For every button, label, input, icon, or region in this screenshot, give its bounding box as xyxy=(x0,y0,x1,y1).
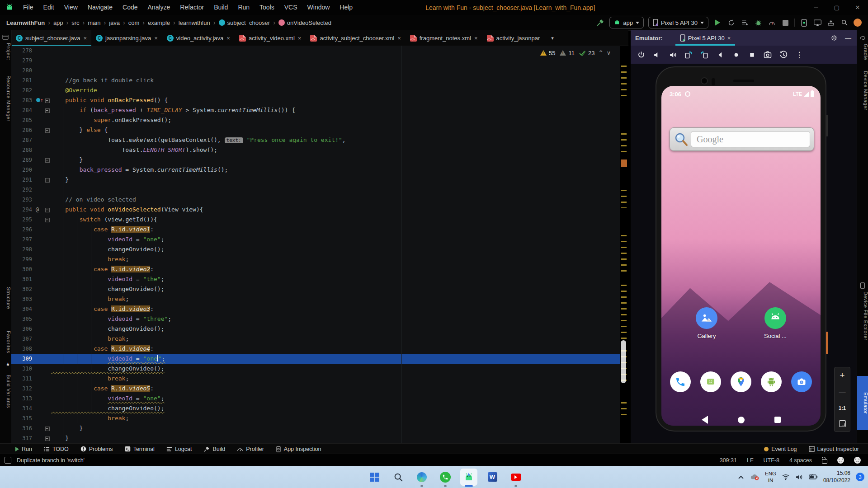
phone-app-icon[interactable] xyxy=(670,371,691,392)
code-line[interactable]: 305 videoId = "three"; xyxy=(11,314,620,324)
toolwindow-logcat[interactable]: Logcat xyxy=(166,446,192,452)
power-button[interactable] xyxy=(826,332,828,354)
event-log-button[interactable]: Event Log xyxy=(764,446,797,452)
youtube-icon[interactable] xyxy=(507,469,524,486)
gutter-icon[interactable] xyxy=(36,404,44,413)
gutter-icon[interactable] xyxy=(36,56,44,66)
fold-marker[interactable] xyxy=(44,145,51,155)
notification-badge[interactable]: 3 xyxy=(856,473,864,481)
toolwindow-app-inspection[interactable]: App Inspection xyxy=(276,446,321,452)
file-encoding[interactable]: UTF-8 xyxy=(764,457,779,464)
taskbar-search-icon[interactable] xyxy=(390,469,407,486)
fold-marker[interactable] xyxy=(44,75,51,85)
fold-marker[interactable] xyxy=(44,85,51,95)
stop-icon[interactable] xyxy=(781,18,790,27)
zoom-reset-button[interactable]: 1:1 xyxy=(839,405,846,411)
code-line[interactable]: 290 back_pressed = System.currentTimeMil… xyxy=(11,165,620,175)
gutter-icon[interactable] xyxy=(36,185,44,195)
more-options-icon[interactable]: ⋮ xyxy=(793,49,805,61)
fold-marker[interactable] xyxy=(44,56,51,66)
fold-marker[interactable] xyxy=(44,423,51,433)
clock[interactable]: 15:0608/10/2022 xyxy=(823,470,850,484)
volume-down-icon[interactable] xyxy=(651,49,663,61)
gutter-icon[interactable] xyxy=(36,46,44,56)
edge-icon[interactable] xyxy=(413,469,430,486)
fold-marker[interactable] xyxy=(44,324,51,334)
gutter-icon[interactable] xyxy=(36,433,44,443)
code-line[interactable]: 312 case R.id.video5: xyxy=(11,384,620,394)
editor-tab[interactable]: subject_chooser.java × xyxy=(11,30,91,46)
code-line[interactable]: 307 break; xyxy=(11,334,620,344)
gutter-icon[interactable] xyxy=(36,105,44,115)
gutter-icon[interactable] xyxy=(36,135,44,145)
editor-tab[interactable]: activity_subject_chooser.xml × xyxy=(306,30,405,46)
messages-app-icon[interactable] xyxy=(700,371,721,392)
toolwindow-build[interactable]: Build xyxy=(203,446,225,452)
start-button[interactable] xyxy=(366,469,383,486)
gutter-icon[interactable] xyxy=(36,354,44,364)
back-icon[interactable] xyxy=(714,49,726,61)
fold-marker[interactable] xyxy=(44,374,51,384)
fold-marker[interactable] xyxy=(44,215,51,225)
nav-back-icon[interactable] xyxy=(702,416,708,424)
code-line[interactable]: 293 // on video selected xyxy=(11,195,620,205)
gutter-icon[interactable] xyxy=(36,155,44,165)
wifi-icon[interactable] xyxy=(782,474,790,480)
debug-icon[interactable] xyxy=(754,18,763,27)
menu-item[interactable]: VCS xyxy=(279,0,302,15)
app-gallery[interactable]: Gallery xyxy=(691,307,722,339)
fold-marker[interactable] xyxy=(44,235,51,244)
nav-overview-icon[interactable] xyxy=(774,417,781,423)
sidebar-item-device-manager[interactable]: Device Manager xyxy=(857,71,868,110)
close-icon[interactable]: ✕ xyxy=(847,0,868,15)
sdk-manager-icon[interactable] xyxy=(826,18,835,27)
sidebar-item-emulator-active[interactable]: Emulator xyxy=(857,376,868,430)
battery-icon[interactable] xyxy=(809,474,818,480)
caret-position[interactable]: 309:31 xyxy=(720,457,737,464)
code-line[interactable]: 309 videoId = "one"; xyxy=(11,354,620,364)
fold-marker[interactable] xyxy=(44,274,51,284)
breadcrumb-item[interactable]: main xyxy=(88,19,109,26)
menu-item[interactable]: Window xyxy=(302,0,335,15)
screenshot-icon[interactable] xyxy=(762,49,774,61)
code-line[interactable]: 301 videoId = "the"; xyxy=(11,274,620,284)
overview-icon[interactable] xyxy=(746,49,758,61)
menu-item[interactable]: Tools xyxy=(255,0,279,15)
code-line[interactable]: 303 break; xyxy=(11,294,620,304)
fold-marker[interactable] xyxy=(44,413,51,423)
fold-marker[interactable] xyxy=(44,66,51,75)
weak-warnings-count[interactable]: 11 xyxy=(560,50,575,56)
toolwindow-toggle-icon[interactable] xyxy=(5,457,11,464)
code-line[interactable]: 313 videoId = "one"; xyxy=(11,394,620,404)
gutter-icon[interactable] xyxy=(36,264,44,274)
device-dropdown[interactable]: Pixel 5 API 30 xyxy=(648,17,708,28)
breadcrumb-item[interactable]: com xyxy=(128,19,148,26)
sidebar-item-device-file-explorer[interactable]: Device File Explorer xyxy=(857,291,868,340)
fold-marker[interactable] xyxy=(44,314,51,324)
prev-problem-icon[interactable]: ^ xyxy=(599,50,602,56)
code-line[interactable]: 286 } else { xyxy=(11,125,620,135)
toolwindow-run[interactable]: Run xyxy=(15,446,32,452)
breadcrumb-item[interactable]: onVideoSelected xyxy=(278,19,331,26)
menu-item[interactable]: Code xyxy=(118,0,142,15)
code-line[interactable]: 317 } xyxy=(11,433,620,443)
onedrive-error-icon[interactable] xyxy=(750,474,760,481)
line-separator[interactable]: LF xyxy=(747,457,754,464)
code-line[interactable]: 289 } xyxy=(11,155,620,165)
code-line[interactable]: 302 changeOnvideo(); xyxy=(11,284,620,294)
tab-close-icon[interactable]: × xyxy=(727,35,731,42)
tray-chevron-icon[interactable] xyxy=(738,475,744,479)
profiler-icon[interactable] xyxy=(767,18,776,27)
layout-inspector-button[interactable]: Layout Inspector xyxy=(809,446,859,452)
fold-marker[interactable] xyxy=(44,225,51,235)
search-input[interactable]: Google xyxy=(691,131,810,147)
layout-inspector-icon[interactable] xyxy=(813,18,822,27)
code-line[interactable]: 292 xyxy=(11,185,620,195)
breadcrumb-item[interactable]: example xyxy=(148,19,179,26)
menu-item[interactable]: Run xyxy=(233,0,255,15)
whatsapp-icon[interactable] xyxy=(437,469,454,486)
sidebar-item-structure[interactable]: Structure xyxy=(0,287,11,309)
gutter-icon[interactable] xyxy=(36,314,44,324)
code-line[interactable]: 306 changeOnvideo(); xyxy=(11,324,620,334)
fold-marker[interactable] xyxy=(44,433,51,443)
